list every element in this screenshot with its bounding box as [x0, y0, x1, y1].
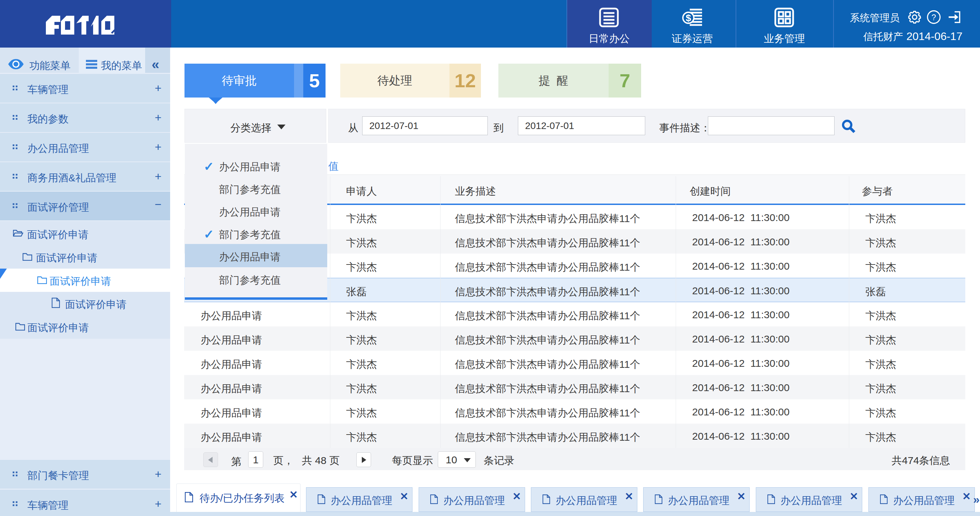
svg-text:$: $: [686, 13, 691, 23]
svg-text:?: ?: [931, 13, 936, 22]
